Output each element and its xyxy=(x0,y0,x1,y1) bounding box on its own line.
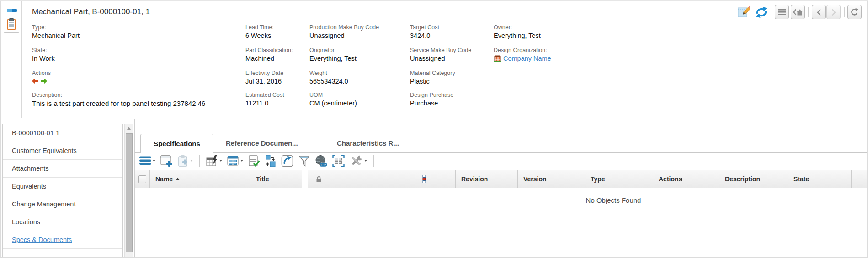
chevron-left-icon xyxy=(817,9,821,16)
sidebar-item-change-management[interactable]: Change Management xyxy=(3,195,122,213)
field-description: Description: This is a test part created… xyxy=(32,92,205,107)
caret-down-icon xyxy=(153,160,155,162)
validate-icon[interactable] xyxy=(248,155,260,167)
insert-objects-icon[interactable] xyxy=(265,155,276,167)
field-value: 11211.0 xyxy=(245,100,284,107)
field-design-organization: Design Organization: Company Name xyxy=(494,47,551,62)
field-value: This is a test part created for top pane… xyxy=(32,100,205,107)
select-table-icon[interactable] xyxy=(332,155,345,167)
field-value: Unassigned xyxy=(309,32,379,39)
column-header-type[interactable]: Type xyxy=(585,170,653,188)
field-value: CM (centimeter) xyxy=(309,100,357,107)
clipboard-icon xyxy=(6,18,16,30)
next-button[interactable] xyxy=(826,5,841,19)
field-type: Type: Mechanical Part xyxy=(32,24,80,39)
tab-reference-documents[interactable]: Reference Documen... xyxy=(226,134,298,153)
sidebar-scrollbar[interactable] xyxy=(124,124,133,258)
paste-icon[interactable] xyxy=(178,155,193,167)
field-part-classification: Part Classification: Machined xyxy=(245,47,293,62)
sidebar-item-customer-equivalents[interactable]: Customer Equivalents xyxy=(3,142,122,160)
field-value: Jul 31, 2016 xyxy=(245,78,283,85)
edit-note-icon[interactable] xyxy=(738,6,750,20)
column-label: Version xyxy=(523,175,547,183)
sort-ascending-icon xyxy=(176,178,180,180)
column-header-title[interactable]: Title xyxy=(250,170,302,188)
select-all-checkbox[interactable] xyxy=(138,175,146,183)
column-header-lock[interactable] xyxy=(308,170,375,188)
clipboard-tab-button[interactable] xyxy=(4,16,19,33)
previous-arrow-icon[interactable] xyxy=(32,78,38,84)
frozen-pane-divider[interactable] xyxy=(302,188,302,258)
scroll-pane-edge xyxy=(308,188,308,258)
field-label: Production Make Buy Code xyxy=(309,24,379,31)
menu-button[interactable] xyxy=(775,5,789,19)
column-header-name[interactable]: Name xyxy=(150,170,250,188)
column-header-structure[interactable] xyxy=(375,170,456,188)
tab-characteristics[interactable]: Characteristics R... xyxy=(337,134,399,153)
next-arrow-icon[interactable] xyxy=(41,78,47,84)
sidebar-item-equivalents[interactable]: Equivalents xyxy=(3,178,122,195)
field-label: Effectivity Date xyxy=(245,70,283,76)
home-back-button[interactable] xyxy=(791,5,805,19)
column-header-description[interactable]: Description xyxy=(719,170,788,188)
refresh-button[interactable] xyxy=(847,5,862,19)
field-value: In Work xyxy=(32,55,55,62)
field-label: State: xyxy=(32,47,55,53)
caret-down-icon xyxy=(364,160,367,162)
field-label: Type: xyxy=(32,24,80,31)
scrollbar-thumb[interactable] xyxy=(126,133,133,252)
view-menu-icon[interactable] xyxy=(139,156,155,166)
field-label: Description: xyxy=(32,92,205,98)
tools-icon[interactable] xyxy=(350,155,367,167)
hamburger-icon xyxy=(778,9,786,15)
add-object-icon[interactable] xyxy=(160,155,173,167)
application-window: Mechanical Part, B-0000100-01, 1 Type: M… xyxy=(0,0,868,258)
empty-table-message: No Objects Found xyxy=(522,196,705,204)
navigation-sidebar: B-0000100-01 1 Customer Equivalents Atta… xyxy=(2,124,123,258)
sync-icon[interactable] xyxy=(755,6,768,20)
field-label: Target Cost xyxy=(410,24,439,31)
open-in-window-icon[interactable] xyxy=(281,155,293,167)
sidebar-item-part-number[interactable]: B-0000100-01 1 xyxy=(3,124,122,142)
sidebar-item-locations[interactable]: Locations xyxy=(3,213,122,231)
blue-bar-icon[interactable] xyxy=(7,9,17,12)
scrollbar-up-arrow-icon[interactable] xyxy=(125,125,133,132)
field-value: Unassigned xyxy=(410,55,471,62)
field-value: 3424.0 xyxy=(410,32,439,39)
column-header-revision[interactable]: Revision xyxy=(456,170,518,188)
edit-table-icon[interactable] xyxy=(206,155,222,167)
grid-toolbar xyxy=(135,153,868,169)
column-label: Name xyxy=(155,175,173,183)
field-service-make-buy: Service Make Buy Code Unassigned xyxy=(410,47,471,62)
refresh-icon xyxy=(850,8,859,16)
select-all-checkbox-cell xyxy=(135,170,150,188)
web-links-icon[interactable] xyxy=(315,155,327,167)
design-organization-link[interactable]: Company Name xyxy=(503,55,551,62)
prev-button[interactable] xyxy=(812,5,826,19)
column-label: Actions xyxy=(659,175,682,183)
column-display-icon[interactable] xyxy=(227,155,243,167)
field-label: Material Category xyxy=(410,70,455,76)
grid-header-frozen: Name Title xyxy=(135,170,302,188)
column-header-filler xyxy=(852,170,868,188)
sidebar-item-attachments[interactable]: Attachments xyxy=(3,160,122,178)
field-label: Actions xyxy=(32,70,51,76)
page-title: Mechanical Part, B-0000100-01, 1 xyxy=(32,7,150,16)
panel-divider xyxy=(1,119,868,119)
field-label: Originator xyxy=(309,47,357,53)
sidebar-item-specs-documents[interactable]: Specs & Documents xyxy=(3,231,122,249)
field-label: Part Classification: xyxy=(245,47,293,53)
field-production-make-buy: Production Make Buy Code Unassigned xyxy=(309,24,379,39)
column-header-actions[interactable]: Actions xyxy=(653,170,719,188)
lock-icon xyxy=(316,176,322,183)
field-label: Service Make Buy Code xyxy=(410,47,471,53)
column-header-version[interactable]: Version xyxy=(518,170,585,188)
tab-specifications[interactable]: Specifications xyxy=(140,134,213,153)
column-header-state[interactable]: State xyxy=(788,170,852,188)
caret-down-icon xyxy=(219,160,222,162)
field-estimated-cost: Estimated Cost 11211.0 xyxy=(245,92,284,107)
column-label: Type xyxy=(591,175,605,183)
filter-icon[interactable] xyxy=(298,155,310,167)
home-icon xyxy=(793,9,803,16)
structure-icon xyxy=(421,175,427,183)
